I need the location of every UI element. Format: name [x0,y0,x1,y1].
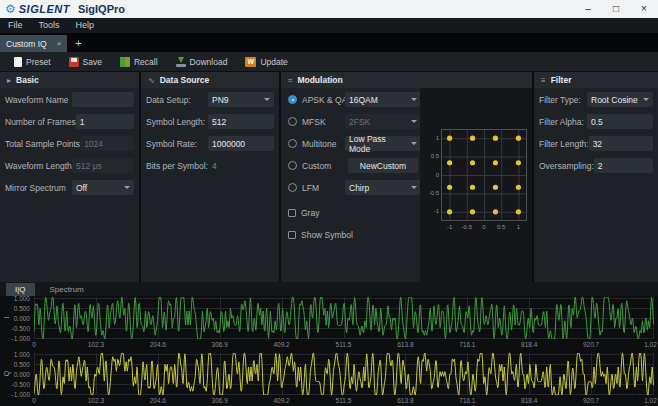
y-tick-label: 1.000 [4,295,30,302]
mfsk-type-select: 2FSK [345,114,421,129]
x-tick-label: 920.7 [583,397,599,404]
i-channel-plot: I 1.0000.5000.000-0.500-1.0000102.3204.6… [0,296,658,350]
waveform-length-value: 512 μs [72,158,134,173]
waveform-name-input[interactable] [72,92,134,107]
checkbox-icon[interactable] [288,209,296,217]
x-tick-label: 716.1 [459,341,475,348]
y-tick-label: 0.500 [4,361,30,368]
multitone-mode-select[interactable]: Low Pass Mode [345,136,421,151]
modulation-icon: ≈ [288,76,292,85]
app-title: SigIQPro [78,3,125,15]
x-tick-label: 613.8 [397,397,413,404]
minimize-button[interactable]: – [574,0,602,18]
x-tick-label: 409.2 [273,341,289,348]
gray-checkbox-row[interactable]: Gray [281,202,421,223]
tab-close-icon[interactable]: × [57,39,62,48]
chevron-down-icon [411,186,417,189]
radio-icon[interactable] [288,161,297,170]
window-titlebar: ⚙ SIGLENT SigIQPro – □ × [0,0,658,18]
x-tick-label: 716.1 [459,397,475,404]
q-channel-plot: Q 1.0000.5000.000-0.500-1.0000102.3204.6… [0,352,658,406]
constellation-x-tick: -1 [447,224,452,230]
download-icon [176,57,186,67]
y-tick-label: 1.000 [4,351,30,358]
x-tick-label: 306.9 [212,397,228,404]
menu-file[interactable]: File [0,18,31,33]
y-tick-label: 0.500 [4,305,30,312]
update-button[interactable]: W Update [241,54,291,70]
filter-length-input[interactable]: 32 [589,136,653,151]
menu-help[interactable]: Help [68,18,103,33]
save-icon [69,57,79,67]
constellation-x-tick: 0 [482,224,485,230]
window-controls: – □ × [574,0,658,18]
constellation-y-tick: 0.5 [431,153,439,159]
constellation-display: 10.50-0.5-1 -1-0.500.51 [420,88,532,282]
download-button[interactable]: Download [172,54,232,70]
save-button[interactable]: Save [65,54,106,70]
show-symbol-checkbox-row[interactable]: Show Symbol [281,224,421,245]
x-tick-label: 1.02 k [644,341,658,348]
y-tick-label: -1.000 [4,335,30,342]
mirror-spectrum-select[interactable]: Off [72,180,134,195]
filter-type-select[interactable]: Root Cosine [587,92,653,107]
basic-panel-header: ▸ Basic [0,72,139,88]
basic-icon: ▸ [7,76,11,85]
x-tick-label: 204.6 [150,341,166,348]
chevron-down-icon [411,120,417,123]
x-tick-label: 102.3 [88,397,104,404]
q-waveform-canvas [34,353,654,395]
view-tab-bar: I|Q Spectrum [0,282,658,296]
y-tick-label: -1.000 [4,391,30,398]
lfm-type-select[interactable]: Chirp [345,180,421,195]
symbol-length-input[interactable]: 512 [208,114,274,129]
symbol-rate-input[interactable]: 1000000 [208,136,274,151]
number-of-frames-input[interactable]: 1 [76,114,134,129]
waveform-display-area: I 1.0000.5000.000-0.500-1.0000102.3204.6… [0,296,658,406]
radio-selected-icon[interactable] [288,95,297,104]
tab-spectrum[interactable]: Spectrum [41,283,93,296]
constellation-y-tick: -0.5 [429,190,439,196]
y-tick-label: 0.000 [4,315,30,322]
apsk-qam-type-select[interactable]: 16QAM [345,92,421,107]
add-tab-button[interactable]: + [67,35,89,52]
chevron-down-icon [264,98,270,101]
x-tick-label: 0 [32,397,36,404]
radio-icon[interactable] [288,117,297,126]
sigiqpro-window: ⚙ SIGLENT SigIQPro – □ × File Tools Help… [0,0,658,406]
chevron-down-icon [411,98,417,101]
tab-label: Custom IQ [6,39,47,49]
data-source-panel: ∿ Data Source Data Setup: PN9 Symbol Len… [141,72,279,282]
constellation-plot [441,129,527,221]
constellation-y-tick: 0 [436,172,439,178]
filter-alpha-input[interactable]: 0.5 [587,114,653,129]
filter-icon: ≡ [541,76,546,85]
x-tick-label: 511.5 [336,341,352,348]
chevron-down-icon [643,98,649,101]
x-tick-label: 920.7 [583,341,599,348]
y-tick-label: 0.000 [4,371,30,378]
tab-custom-iq[interactable]: Custom IQ × [0,35,67,52]
recall-button[interactable]: Recall [116,54,162,70]
x-tick-label: 818.4 [521,397,537,404]
preset-button[interactable]: Preset [10,54,55,70]
data-setup-select[interactable]: PN9 [208,92,274,107]
maximize-button[interactable]: □ [602,0,630,18]
toolbar: Preset Save Recall Download W Update [0,52,658,72]
close-button[interactable]: × [630,0,658,18]
custom-name-input[interactable]: NewCustom [348,158,418,173]
x-tick-label: 1.02 k [644,397,658,404]
radio-icon[interactable] [288,139,297,148]
checkbox-icon[interactable] [288,231,296,239]
y-tick-label: -0.500 [4,325,30,332]
menu-tools[interactable]: Tools [31,18,68,33]
oversampling-input[interactable]: 2 [594,158,653,173]
data-source-panel-header: ∿ Data Source [141,72,279,88]
radio-icon[interactable] [288,183,297,192]
recall-icon [120,57,130,67]
bits-per-symbol-value: 4 [212,161,217,171]
modulation-panel-header: ≈ Modulation [281,72,532,88]
modulation-panel: ≈ Modulation APSK & QAM MFSK Multitone [281,72,532,282]
filter-panel: ≡ Filter Filter Type: Root Cosine Filter… [534,72,658,282]
data-source-icon: ∿ [148,76,155,85]
